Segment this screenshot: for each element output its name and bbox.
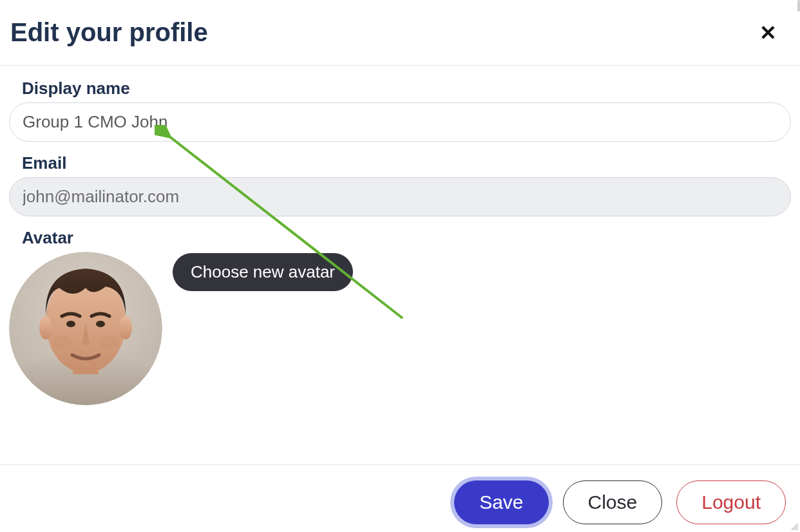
modal-title: Edit your profile <box>10 18 208 47</box>
resize-grip-icon[interactable] <box>790 522 799 531</box>
svg-point-4 <box>39 316 52 339</box>
svg-point-8 <box>52 336 72 348</box>
edit-profile-modal: Edit your profile ✕ Display name Email A… <box>0 0 800 532</box>
avatar-group: Avatar <box>9 228 791 405</box>
avatar-row: Choose new avatar <box>9 252 791 405</box>
choose-avatar-button[interactable]: Choose new avatar <box>173 253 353 291</box>
close-button[interactable]: Close <box>563 480 663 524</box>
email-label: Email <box>22 153 791 173</box>
svg-point-9 <box>99 336 120 348</box>
close-icon[interactable]: ✕ <box>754 20 782 46</box>
email-group: Email <box>9 153 791 216</box>
display-name-input[interactable] <box>9 102 791 142</box>
logout-button[interactable]: Logout <box>676 480 786 524</box>
display-name-group: Display name <box>9 79 791 142</box>
avatar-label: Avatar <box>22 228 791 248</box>
svg-line-13 <box>797 529 798 530</box>
svg-point-7 <box>96 321 105 327</box>
display-name-label: Display name <box>22 79 791 99</box>
email-input <box>9 177 791 216</box>
save-button[interactable]: Save <box>454 480 548 524</box>
modal-body: Display name Email Avatar <box>0 66 800 464</box>
svg-point-6 <box>66 321 75 327</box>
svg-point-5 <box>119 316 132 339</box>
modal-footer: Save Close Logout <box>0 464 800 532</box>
modal-header: Edit your profile ✕ <box>0 0 800 66</box>
scrollbar[interactable] <box>797 0 800 532</box>
avatar-image <box>9 252 162 405</box>
